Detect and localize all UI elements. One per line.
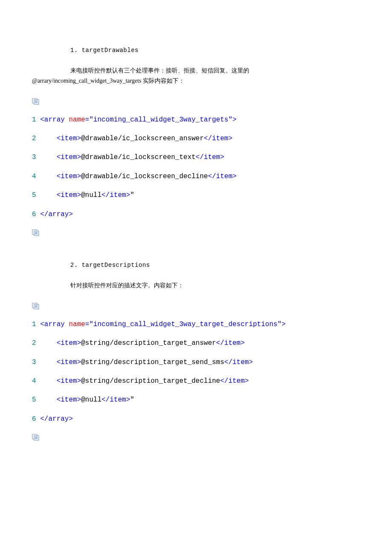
xml-close-tag: array xyxy=(48,415,69,423)
code-line: 3 <item>@string/description_target_send_… xyxy=(32,358,360,367)
xml-text: @string/description_target_answer xyxy=(81,339,216,347)
xml-close-tag: item xyxy=(216,173,232,180)
xml-close-gt: > xyxy=(220,153,225,161)
xml-text: @null xyxy=(81,191,101,199)
code-line: 2 <item>@drawable/ic_lockscreen_answer</… xyxy=(32,134,360,143)
xml-gt: > xyxy=(77,377,81,385)
line-number: 5 xyxy=(32,396,36,404)
xml-close-gt: > xyxy=(233,173,237,180)
line-number: 2 xyxy=(32,135,36,142)
para-line-1: 来电接听控件默认有三个处理事件：接听、拒接、短信回复。这里的 xyxy=(70,67,249,74)
xml-eq: =" xyxy=(85,321,93,328)
xml-text: @drawable/ic_lockscreen_answer xyxy=(81,135,204,142)
xml-close-open: </ xyxy=(101,396,110,404)
xml-close-tag: item xyxy=(212,135,228,142)
xml-close-open: </ xyxy=(40,211,48,218)
line-number: 3 xyxy=(32,358,36,366)
xml-gt: > xyxy=(77,358,81,366)
section-2-heading: 2. targetDescriptions xyxy=(70,262,360,269)
xml-val: incoming_call_widget_3way_target_descrip… xyxy=(93,321,277,328)
xml-tag: item xyxy=(61,339,77,347)
xml-close-open: </ xyxy=(208,173,216,180)
xml-tag: item xyxy=(61,173,77,180)
xml-close: > xyxy=(282,321,286,328)
xml-eq: =" xyxy=(85,116,93,124)
code-block-1: 1 <array name="incoming_call_widget_3way… xyxy=(32,115,360,219)
xml-attr: name xyxy=(69,321,85,328)
code-line: 6 </array> xyxy=(32,414,360,424)
line-number: 3 xyxy=(32,153,36,161)
xml-tag: item xyxy=(61,377,77,385)
code-line: 4 <item>@string/description_target_decli… xyxy=(32,376,360,386)
xml-tag: array xyxy=(44,321,69,328)
xml-gt: > xyxy=(77,153,81,161)
xml-close-gt: > xyxy=(69,211,73,218)
line-number: 1 xyxy=(32,321,36,328)
xml-tag: item xyxy=(61,135,77,142)
trailing-quote: " xyxy=(130,191,134,199)
xml-gt: > xyxy=(77,173,81,180)
copy-icon[interactable] xyxy=(32,229,360,236)
code-line: 1 <array name="incoming_call_widget_3way… xyxy=(32,320,360,329)
line-number: 6 xyxy=(32,211,36,218)
xml-bracket: < xyxy=(57,135,61,142)
xml-text: @drawable/ic_lockscreen_text xyxy=(81,153,196,161)
xml-gt: > xyxy=(77,135,81,142)
code-line: 6 </array> xyxy=(32,210,360,219)
xml-close-open: </ xyxy=(40,415,48,423)
code-line: 2 <item>@string/description_target_answe… xyxy=(32,338,360,348)
xml-close-tag: item xyxy=(110,191,126,199)
xml-close-tag: item xyxy=(204,153,220,161)
xml-close-gt: > xyxy=(249,358,253,366)
xml-close-open: </ xyxy=(101,191,110,199)
xml-bracket: < xyxy=(40,116,44,124)
xml-close-gt: > xyxy=(69,415,73,423)
copy-icon[interactable] xyxy=(32,434,360,441)
section-1-heading: 1. targetDrawables xyxy=(70,47,360,54)
trailing-quote: " xyxy=(130,396,134,404)
xml-close-gt: > xyxy=(245,377,249,385)
xml-bracket: < xyxy=(57,153,61,161)
xml-tag: item xyxy=(61,191,77,199)
document-page: 1. targetDrawables 来电接听控件默认有三个处理事件：接听、拒接… xyxy=(0,0,392,477)
xml-val: incoming_call_widget_3way_targets xyxy=(93,116,228,124)
xml-bracket: < xyxy=(40,321,44,328)
xml-tag: item xyxy=(61,358,77,366)
xml-bracket: < xyxy=(57,191,61,199)
code-line: 4 <item>@drawable/ic_lockscreen_decline<… xyxy=(32,172,360,181)
xml-endq: " xyxy=(277,321,282,328)
xml-gt: > xyxy=(77,339,81,347)
xml-close-tag: array xyxy=(48,211,69,218)
xml-close-open: </ xyxy=(204,135,212,142)
xml-text: @drawable/ic_lockscreen_decline xyxy=(81,173,208,180)
xml-bracket: < xyxy=(57,358,61,366)
xml-bracket: < xyxy=(57,173,61,180)
copy-icon[interactable] xyxy=(32,98,360,105)
line-number: 6 xyxy=(32,415,36,423)
xml-gt: > xyxy=(77,191,81,199)
xml-close-tag: item xyxy=(110,396,126,404)
xml-tag: item xyxy=(61,153,77,161)
xml-close-gt: > xyxy=(241,339,245,347)
xml-bracket: < xyxy=(57,339,61,347)
line-number: 4 xyxy=(32,377,36,385)
copy-icon[interactable] xyxy=(32,303,360,309)
xml-tag: item xyxy=(61,396,77,404)
xml-text: @string/description_target_send_sms xyxy=(81,358,224,366)
code-line: 5 <item>@null</item>" xyxy=(32,191,360,200)
xml-close-open: </ xyxy=(220,377,228,385)
xml-close-tag: item xyxy=(224,339,240,347)
line-number: 5 xyxy=(32,191,36,199)
xml-text: @string/description_target_decline xyxy=(81,377,220,385)
xml-bracket: < xyxy=(57,377,61,385)
line-number: 1 xyxy=(32,116,36,124)
code-line: 5 <item>@null</item>" xyxy=(32,395,360,405)
code-block-2: 1 <array name="incoming_call_widget_3way… xyxy=(32,320,360,424)
xml-gt: > xyxy=(77,396,81,404)
xml-close-open: </ xyxy=(216,339,224,347)
code-line: 3 <item>@drawable/ic_lockscreen_text</it… xyxy=(32,153,360,162)
line-number: 4 xyxy=(32,173,36,180)
xml-close-tag: item xyxy=(228,377,245,385)
xml-close-tag: item xyxy=(233,358,249,366)
xml-tag: array xyxy=(44,116,69,124)
